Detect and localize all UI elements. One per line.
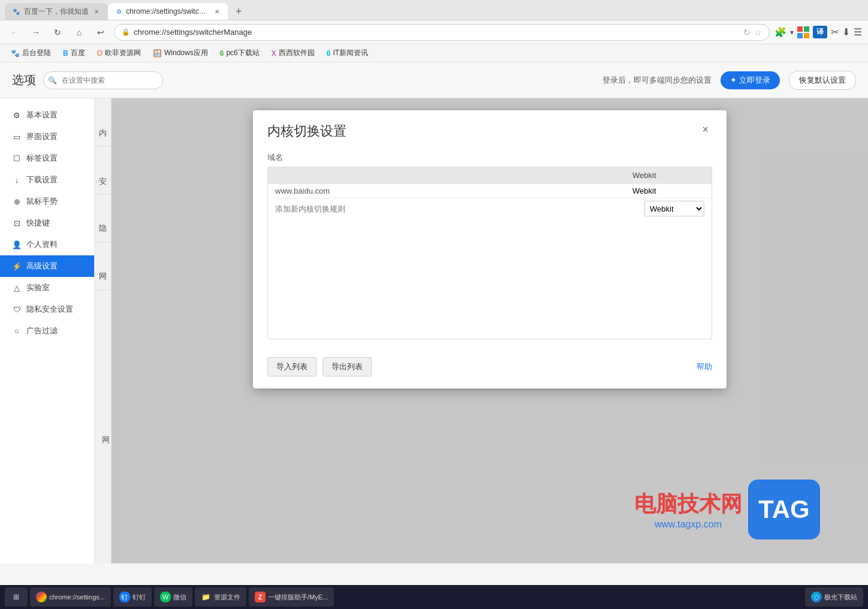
sidebar-label-adblock: 广告过滤 (26, 325, 58, 336)
sidebar-label-profile: 个人资料 (26, 239, 58, 250)
bookmark-windows[interactable]: 🪟 Windows应用 (148, 47, 213, 59)
files-icon: 📁 (201, 592, 212, 602)
forward-button[interactable]: → (28, 24, 44, 41)
taskbar: ⊞ chrome://settings... 钉 钉钉 W 微信 📁 资源文件 … (0, 585, 868, 609)
translate-button[interactable]: 译 (813, 26, 827, 38)
taskbar-wechat-label: 微信 (173, 593, 186, 602)
windows-logo[interactable] (797, 26, 809, 38)
download-icon[interactable]: ⬇ (842, 26, 850, 38)
import-list-button[interactable]: 导入列表 (267, 357, 317, 376)
tab-close-2[interactable]: ✕ (213, 7, 221, 16)
tab-favicon-2: ⚙ (115, 7, 122, 16)
sidebar-item-profile[interactable]: 👤 个人资料 (0, 234, 94, 255)
settings-title: 选项 (12, 72, 36, 88)
settings-search-input[interactable] (43, 71, 163, 89)
login-section: 登录后，即可多端同步您的设置 ✦ 立即登录 恢复默认设置 (602, 71, 856, 90)
nav-actions: 🧩 ▾ 译 ✂ ⬇ ☰ (774, 26, 862, 38)
sidebar-label-download: 下载设置 (26, 174, 58, 185)
sidebar-item-advanced[interactable]: ⚡ 高级设置 (0, 255, 94, 277)
sidebar-item-privacy[interactable]: 🛡 隐私安全设置 (0, 299, 94, 320)
domain-rule-row: www.baidu.com Webkit (268, 183, 712, 198)
home-button[interactable]: ⌂ (71, 24, 88, 41)
sidebar-item-shortcuts[interactable]: ⊡ 快捷键 (0, 212, 94, 234)
sidebar-item-basic[interactable]: ⚙ 基本设置 (0, 104, 94, 126)
sidebar-label-mouse: 鼠标手势 (26, 196, 58, 207)
address-bar[interactable]: 🔒 chrome://settings/switcherManage ↻ ☆ (114, 24, 770, 41)
sidebar-label-privacy: 隐私安全设置 (26, 304, 73, 315)
taskbar-aurora[interactable]: ⬡ 极光下载站 (805, 587, 863, 607)
taskbar-wechat[interactable]: W 微信 (154, 587, 192, 607)
webkit-col-header: Webkit (632, 171, 704, 180)
new-rule-row: Webkit IE Chrome (268, 198, 712, 219)
taskbar-files[interactable]: 📁 资源文件 (195, 587, 246, 607)
refresh-button[interactable]: ↻ (49, 24, 66, 41)
menu-icon[interactable]: ☰ (854, 26, 862, 38)
dropdown-arrow[interactable]: ▾ (790, 28, 794, 37)
bookmark-label-7: IT新闻资讯 (333, 48, 368, 58)
bookmark-label-1: 后台登陆 (22, 48, 51, 58)
sidebar-item-interface[interactable]: ▭ 界面设置 (0, 126, 94, 147)
extensions-icon[interactable]: 🧩 (774, 26, 786, 38)
bookmark-label-5: pc6下载站 (226, 48, 259, 58)
basic-settings-icon: ⚙ (12, 110, 22, 120)
sidebar-item-lab[interactable]: △ 实验室 (0, 277, 94, 299)
bookmark-icon-6: X (272, 49, 276, 58)
history-back-button[interactable]: ↩ (92, 24, 109, 41)
sidebar: ⚙ 基本设置 ▭ 界面设置 ☐ 标签设置 ↓ 下载设置 ⊕ 鼠标手势 ⊡ 快捷键… (0, 98, 95, 563)
dialog-title: 内核切换设置 (267, 122, 346, 140)
bookmark-xixi[interactable]: X 西西软件园 (267, 47, 320, 59)
sidebar-item-download[interactable]: ↓ 下载设置 (0, 169, 94, 191)
taskbar-dingtalk[interactable]: 钉 钉钉 (113, 587, 152, 607)
domain-table-empty-area (268, 219, 712, 339)
taskbar-start[interactable]: ⊞ (5, 587, 28, 607)
bookmark-pc6[interactable]: 6 pc6下载站 (215, 47, 264, 59)
bookmark-label-2: 百度 (71, 48, 85, 58)
tab-close-1[interactable]: ✕ (92, 7, 101, 16)
login-button[interactable]: ✦ 立即登录 (721, 71, 780, 89)
navigation-bar: ← → ↻ ⌂ ↩ 🔒 chrome://settings/switcherMa… (0, 20, 868, 44)
sidebar-item-adblock[interactable]: ○ 广告过滤 (0, 320, 94, 342)
search-wrapper: 🔍 (43, 71, 163, 89)
bookmark-baidu[interactable]: B 百度 (58, 47, 90, 59)
back-button[interactable]: ← (6, 24, 23, 41)
tab-inactive[interactable]: 🐾 百度一下，你就知道 ✕ (5, 3, 108, 20)
privacy-settings-icon: 🛡 (12, 304, 22, 314)
kernel-switch-dialog: 内核切换设置 × 域名 Webkit www.baidu.com (253, 110, 727, 388)
download-settings-icon: ↓ (12, 175, 22, 185)
refresh-icon: ↻ (743, 28, 751, 37)
section-label-network1: 网 (95, 242, 111, 290)
bookmark-itnews[interactable]: 6 IT新闻资讯 (322, 47, 373, 59)
bookmark-ouphi[interactable]: O 欧菲资源网 (92, 47, 146, 59)
bookmark-icon-7: 6 (327, 49, 331, 58)
dialog-close-button[interactable]: × (698, 122, 712, 137)
helper-icon: Z (255, 592, 266, 602)
sidebar-label-lab: 实验室 (26, 282, 50, 293)
bookmark-icon-3: O (97, 49, 103, 58)
new-tab-button[interactable]: + (230, 3, 247, 20)
existing-domain: www.baidu.com (275, 186, 632, 195)
new-domain-input[interactable] (275, 202, 644, 216)
left-section-strips: 内 安 隐 网 网 (95, 98, 111, 563)
sidebar-item-mouse[interactable]: ⊕ 鼠标手势 (0, 191, 94, 212)
scissors-icon[interactable]: ✂ (831, 26, 839, 38)
export-list-button[interactable]: 导出列表 (323, 357, 372, 376)
bookmark-icon-4: 🪟 (153, 49, 162, 58)
dialog-overlay: 内核切换设置 × 域名 Webkit www.baidu.com (111, 98, 868, 563)
taskbar-browser[interactable]: chrome://settings... (30, 587, 111, 607)
taskbar-helper[interactable]: Z 一键排版助手/MyE... (249, 587, 334, 607)
taskbar-helper-label: 一键排版助手/MyE... (268, 593, 328, 602)
engine-select[interactable]: Webkit IE Chrome (644, 201, 704, 216)
tab-active[interactable]: ⚙ chrome://settings/switcherM... ✕ (108, 3, 228, 20)
url-input[interactable]: chrome://settings/switcherManage (134, 28, 740, 37)
settings-header: 选项 🔍 登录后，即可多端同步您的设置 ✦ 立即登录 恢复默认设置 (0, 62, 868, 98)
bookmark-backend[interactable]: 🐾 后台登陆 (6, 47, 56, 59)
aurora-icon: ⬡ (811, 592, 822, 602)
shortcuts-settings-icon: ⊡ (12, 218, 22, 228)
sidebar-item-tabs[interactable]: ☐ 标签设置 (0, 147, 94, 169)
section-label-top: 内 (95, 98, 111, 146)
restore-defaults-button[interactable]: 恢复默认设置 (789, 71, 856, 90)
wechat-icon: W (160, 592, 171, 602)
bookmarks-bar: 🐾 后台登陆 B 百度 O 欧菲资源网 🪟 Windows应用 6 pc6下载站… (0, 44, 868, 62)
browser-icon (36, 592, 47, 602)
help-link[interactable]: 帮助 (697, 361, 712, 372)
